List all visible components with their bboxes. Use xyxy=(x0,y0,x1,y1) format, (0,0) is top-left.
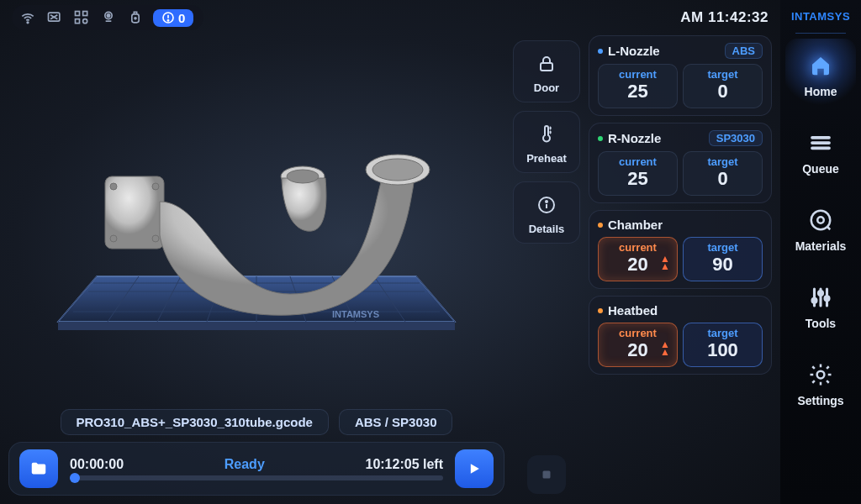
heatbed-card[interactable]: Heatbed current20▲▲ target100 xyxy=(589,296,772,375)
nav-materials[interactable]: Materials xyxy=(785,193,856,265)
svg-rect-3 xyxy=(83,12,87,16)
svg-point-36 xyxy=(287,170,319,183)
chamber-card[interactable]: Chamber current20▲▲ target90 xyxy=(589,210,772,289)
elapsed-time: 00:00:00 xyxy=(70,457,124,472)
progress-bar: 00:00:00 Ready 10:12:05 left xyxy=(8,442,504,496)
nav-settings[interactable]: Settings xyxy=(785,348,856,420)
warnings-badge[interactable]: 0 xyxy=(153,9,193,27)
svg-rect-4 xyxy=(76,19,80,24)
nav-queue[interactable]: Queue xyxy=(785,116,856,188)
preheat-button[interactable]: Preheat xyxy=(513,111,580,173)
heating-up-icon: ▲▲ xyxy=(660,341,670,356)
file-info-bar: PRO310_ABS+_SP3030_310tube.gcode ABS / S… xyxy=(8,404,504,442)
svg-point-9 xyxy=(135,18,136,19)
info-icon xyxy=(532,191,561,219)
svg-point-7 xyxy=(107,14,109,17)
screen-off-icon xyxy=(45,8,64,27)
usb-icon xyxy=(126,8,145,27)
details-label: Details xyxy=(529,223,565,235)
svg-rect-2 xyxy=(76,12,80,16)
rnozzle-current[interactable]: current25 xyxy=(598,151,678,196)
progress-track[interactable] xyxy=(70,475,443,480)
play-button[interactable] xyxy=(455,449,494,488)
dot-icon xyxy=(598,136,603,141)
svg-point-43 xyxy=(812,298,816,302)
print-state: Ready xyxy=(224,457,265,472)
svg-point-46 xyxy=(817,371,825,379)
heating-up-icon: ▲▲ xyxy=(660,255,670,270)
svg-point-29 xyxy=(110,183,117,190)
lock-icon xyxy=(532,50,561,78)
qr-icon xyxy=(72,8,91,27)
dot-icon xyxy=(598,308,603,313)
home-icon xyxy=(806,51,835,80)
svg-point-11 xyxy=(167,20,168,21)
sliders-icon xyxy=(806,283,835,312)
warnings-count: 0 xyxy=(178,11,185,25)
dot-icon xyxy=(598,49,603,54)
status-cluster: 0 xyxy=(12,5,203,30)
gear-icon xyxy=(806,360,835,389)
svg-point-44 xyxy=(819,291,823,296)
filename-chip[interactable]: PRO310_ABS+_SP3030_310tube.gcode xyxy=(61,409,329,435)
temperature-panel: L-NozzleABS current25 target0 R-NozzleSP… xyxy=(589,35,772,496)
spool-icon xyxy=(806,206,835,234)
door-label: Door xyxy=(534,81,559,94)
lnozzle-card[interactable]: L-NozzleABS current25 target0 xyxy=(589,35,772,116)
rnozzle-target[interactable]: target0 xyxy=(683,151,763,196)
svg-point-34 xyxy=(372,159,423,181)
clock: AM 11:42:32 xyxy=(680,9,769,26)
svg-point-0 xyxy=(27,22,29,24)
model-preview[interactable]: INTAMSYS xyxy=(8,35,504,404)
material-tag: SP3030 xyxy=(709,130,763,146)
svg-point-39 xyxy=(546,201,547,202)
lnozzle-current[interactable]: current25 xyxy=(598,64,678,108)
materials-chip[interactable]: ABS / SP3030 xyxy=(339,409,453,435)
thermometer-icon xyxy=(532,120,561,149)
dot-icon xyxy=(598,223,603,228)
lnozzle-target[interactable]: target0 xyxy=(683,64,763,108)
open-file-button[interactable] xyxy=(19,449,58,488)
material-tag: ABS xyxy=(725,43,763,59)
svg-point-45 xyxy=(825,297,829,301)
brand-logo: INTAMSYS xyxy=(791,5,850,26)
preheat-label: Preheat xyxy=(526,152,567,165)
model-3d xyxy=(80,118,433,336)
heatbed-current[interactable]: current20▲▲ xyxy=(598,323,678,367)
stop-button[interactable] xyxy=(527,455,566,494)
svg-point-42 xyxy=(817,217,824,223)
chamber-current[interactable]: current20▲▲ xyxy=(598,237,678,281)
rnozzle-card[interactable]: R-NozzleSP3030 current25 target0 xyxy=(589,123,772,203)
camera-icon xyxy=(99,8,118,27)
svg-point-5 xyxy=(83,19,87,24)
right-nav: INTAMSYS Home Queue Materials Tools Sett… xyxy=(780,0,861,504)
details-button[interactable]: Details xyxy=(513,181,580,244)
nav-home[interactable]: Home xyxy=(785,39,856,111)
nav-tools[interactable]: Tools xyxy=(785,270,856,343)
svg-point-31 xyxy=(110,235,117,242)
remaining-time: 10:12:05 left xyxy=(365,457,443,472)
door-button[interactable]: Door xyxy=(513,40,580,102)
svg-point-30 xyxy=(152,183,159,190)
heatbed-target[interactable]: target100 xyxy=(683,323,763,367)
queue-icon xyxy=(806,129,835,157)
svg-rect-40 xyxy=(543,471,551,479)
top-status-bar: 0 AM 11:42:32 xyxy=(0,0,780,35)
svg-point-32 xyxy=(152,235,159,242)
chamber-target[interactable]: target90 xyxy=(683,237,763,281)
svg-rect-37 xyxy=(541,63,552,71)
wifi-icon xyxy=(18,8,37,27)
